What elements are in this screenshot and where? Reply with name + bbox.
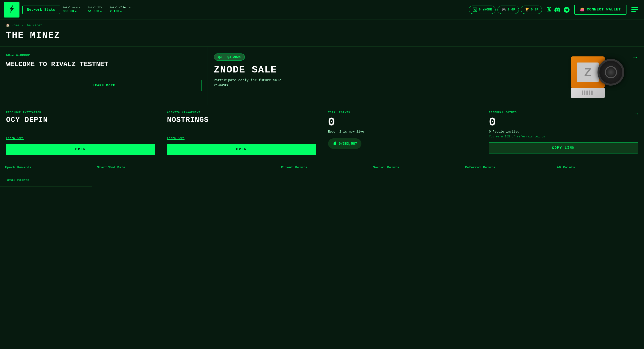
total-points-card: TOTAL POINTS 0 Epoch 2 is now live 0/383… xyxy=(322,105,483,161)
x-icon[interactable]: 𝕏 xyxy=(547,6,551,13)
tr-cell-5 xyxy=(368,187,460,206)
tr-cell-2 xyxy=(92,187,184,206)
agentic-title: NOSTRINGS xyxy=(167,116,316,124)
connect-wallet-label: CONNECT WALLET xyxy=(587,7,621,12)
logo-icon xyxy=(6,3,17,16)
referral-arrow-icon[interactable]: → xyxy=(635,111,638,117)
gp-label: 0 GP xyxy=(508,8,515,11)
resource-learn-more-link[interactable]: Learn More xyxy=(6,137,155,140)
breadcrumb-home[interactable]: 🏠 Home xyxy=(6,23,19,27)
tr-cell-1 xyxy=(0,187,92,206)
total-txs-value: 51.30M ▲ xyxy=(88,9,104,13)
learn-more-button[interactable]: LEARN MORE xyxy=(6,80,202,91)
th-empty xyxy=(184,161,276,174)
tr-cell-7 xyxy=(552,187,644,206)
airdrop-tag: $RIZ AIRDROP xyxy=(6,53,202,57)
znode-period-badge: Q3 – Q4 2024 xyxy=(214,53,245,60)
telegram-icon[interactable] xyxy=(564,7,570,13)
network-stats-button[interactable]: Network Stats xyxy=(22,5,60,14)
header: Network Stats Total users: 383.6K ▲ Tota… xyxy=(0,0,644,19)
resource-title: OCY DEPIN xyxy=(6,116,155,124)
sp-icon: 🏆 xyxy=(524,7,529,12)
znode-product-image: Z xyxy=(566,51,634,100)
progress-chart-icon xyxy=(332,141,337,146)
airdrop-card: $RIZ AIRDROP WELCOME TO RIVALZ TESTNET L… xyxy=(0,47,208,105)
referral-earn-text: You earn 15% of referrals points. xyxy=(489,135,638,138)
th-social-points: Social Points xyxy=(368,161,460,174)
znode-badge[interactable]: 0 zNODE xyxy=(469,5,496,14)
referral-value: 0 xyxy=(489,116,638,129)
progress-value: 0/383,587 xyxy=(339,142,357,146)
total-points-value: 0 xyxy=(328,116,477,129)
svg-rect-4 xyxy=(333,143,334,145)
social-icons: 𝕏 xyxy=(547,6,570,13)
total-users-stat: Total users: 383.6K ▲ xyxy=(63,6,82,13)
total-txs-label: Total TXs: xyxy=(88,6,104,9)
total-users-label: Total users: xyxy=(63,6,82,9)
tr-cell-6 xyxy=(460,187,552,206)
table-header: Epoch Rewards Start/End Date Client Poin… xyxy=(0,161,644,187)
connect-wallet-icon: 👛 xyxy=(580,7,585,12)
svg-rect-6 xyxy=(335,142,336,145)
referral-tag: REFERRAL POINTS xyxy=(489,111,638,114)
breadcrumb-current: The Minez xyxy=(25,23,42,27)
sp-badge[interactable]: 🏆 0 SP xyxy=(521,5,542,14)
total-txs-stat: Total TXs: 51.30M ▲ xyxy=(88,6,104,13)
referral-people-invited: 0 People invited xyxy=(489,130,638,133)
znode-label: 0 zNODE xyxy=(479,8,492,11)
bottom-grid: RESOURCE INITIATION OCY DEPIN Learn More… xyxy=(0,105,644,161)
znode-description: Participate early for future $RIZ reward… xyxy=(214,78,282,88)
tr-cell-3 xyxy=(184,187,276,206)
agentic-management-card: AGENTIC MANAGEMENT NOSTRINGS Learn More … xyxy=(161,105,322,161)
th-epoch-rewards: Epoch Rewards xyxy=(0,161,92,174)
gp-icon: 🎮 xyxy=(501,7,506,12)
tr-cell-8 xyxy=(0,206,92,226)
breadcrumb-separator: › xyxy=(21,23,23,27)
total-users-value: 383.6K ▲ xyxy=(63,9,82,13)
breadcrumb: 🏠 Home › The Minez xyxy=(0,19,644,29)
progress-pill[interactable]: 0/383,587 xyxy=(328,138,362,149)
agentic-learn-more-link[interactable]: Learn More xyxy=(167,137,316,140)
th-total-points: Total Points xyxy=(0,174,92,187)
table-row-empty xyxy=(0,187,644,226)
total-clients-value: 2.10M ▲ xyxy=(110,9,132,13)
header-stats: Total users: 383.6K ▲ Total TXs: 51.30M … xyxy=(63,6,132,13)
airdrop-title: WELCOME TO RIVALZ TESTNET xyxy=(6,61,202,68)
total-points-tag: TOTAL POINTS xyxy=(328,111,477,114)
copy-link-button[interactable]: COPY LINK xyxy=(489,142,638,153)
th-ag-points: AG Points xyxy=(552,161,644,174)
th-referral-points: Referral Points xyxy=(460,161,552,174)
resource-tag: RESOURCE INITIATION xyxy=(6,111,155,114)
total-clients-label: Total Clients: xyxy=(110,6,132,9)
agentic-open-button[interactable]: OPEN xyxy=(167,144,316,155)
resource-open-button[interactable]: OPEN xyxy=(6,144,155,155)
sp-label: 0 SP xyxy=(531,8,538,11)
hamburger-menu[interactable] xyxy=(630,5,640,14)
wallet-badges: 0 zNODE 🎮 0 GP 🏆 0 SP xyxy=(469,5,542,14)
logo[interactable] xyxy=(4,2,20,17)
agentic-tag: AGENTIC MANAGEMENT xyxy=(167,111,316,114)
total-clients-stat: Total Clients: 2.10M ▲ xyxy=(110,6,132,13)
resource-initiation-card: RESOURCE INITIATION OCY DEPIN Learn More… xyxy=(0,105,161,161)
discord-icon[interactable] xyxy=(554,7,560,13)
th-client-points: Client Points xyxy=(276,161,368,174)
tr-cell-4 xyxy=(276,187,368,206)
page-title: THE MINEZ xyxy=(0,29,644,46)
svg-rect-5 xyxy=(334,142,335,145)
main-grid: $RIZ AIRDROP WELCOME TO RIVALZ TESTNET L… xyxy=(0,46,644,105)
gp-badge[interactable]: 🎮 0 GP xyxy=(498,5,519,14)
znode-icon xyxy=(472,7,477,12)
znode-sale-card: Q3 – Q4 2024 ZNODE SALE Participate earl… xyxy=(208,47,644,105)
epoch-label: Epoch 2 is now live xyxy=(328,130,477,133)
referral-points-card: REFERRAL POINTS → 0 0 People invited You… xyxy=(483,105,644,161)
th-start-end-date: Start/End Date xyxy=(92,161,184,174)
connect-wallet-button[interactable]: 👛 CONNECT WALLET xyxy=(574,4,626,14)
